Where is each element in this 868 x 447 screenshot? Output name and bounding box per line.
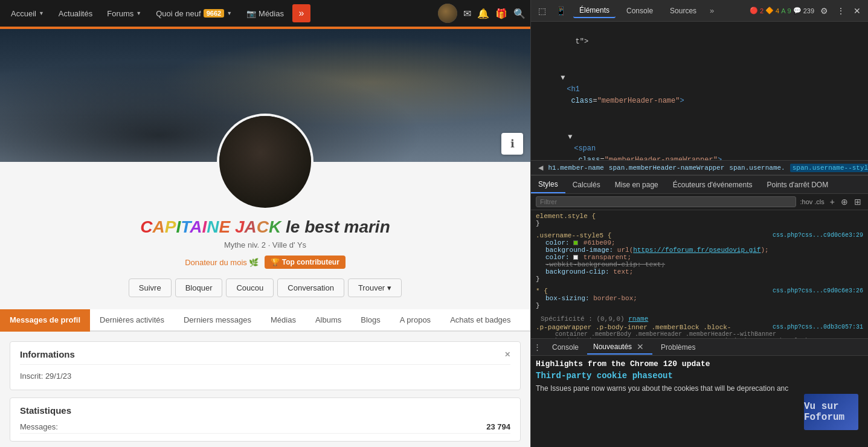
devtools-close-icon[interactable]: ✕	[851, 5, 863, 17]
tab-achats-et-badges[interactable]: Achats et badges	[440, 309, 520, 332]
html-line-3[interactable]: ▼ <span class="memberHeader-nameWrapper"…	[531, 120, 868, 161]
nav-quoi-de-neuf[interactable]: Quoi de neuf 9662 ▼	[150, 5, 238, 22]
devtools-add-rule-icon[interactable]: +	[828, 196, 837, 207]
nav-bell-icon[interactable]: 🔔	[477, 8, 489, 19]
css-file-link-2[interactable]: css.php?css...c9d0c6e3:26	[773, 288, 863, 294]
nav-medias[interactable]: 📷 Médias	[240, 5, 290, 22]
breadcrumb-scroll-left[interactable]: ◀	[536, 162, 545, 173]
username-c: C	[140, 217, 152, 236]
css-username-style5-block: .username--style5 { css.php?css...c9d0c6…	[536, 232, 863, 283]
nav-forums[interactable]: Forums ▼	[101, 5, 147, 22]
profile-tabs: Messages de profil Dernières activités D…	[0, 309, 530, 332]
nav-quoi-de-neuf-badge: 9662	[204, 9, 224, 18]
devtools-more-icon[interactable]: ⋮	[834, 5, 847, 17]
devtools-cursor-icon[interactable]: ⬚	[536, 5, 548, 17]
info-close-button[interactable]: ✕	[504, 350, 510, 359]
breadcrumb-span-style5[interactable]: span.username--style5	[790, 164, 868, 172]
css-bg-image-link[interactable]: https://foforum.fr/pseudovip.gif	[633, 246, 760, 254]
devtools-console-tab[interactable]: Console	[546, 341, 585, 353]
tab-a-propos[interactable]: A propos	[390, 309, 440, 332]
tab-medias[interactable]: Médias	[261, 309, 306, 332]
informations-section: Informations ✕ Inscrit: 29/1/23	[10, 341, 521, 390]
devtools-tab-styles[interactable]: Styles	[531, 176, 565, 193]
devtools-console-panel: ⋮ Console Nouveautés ✕ Problèmes Highlig…	[531, 338, 868, 447]
nav-more-button[interactable]: »	[292, 4, 310, 22]
username-a3: A	[245, 217, 257, 236]
devtools-more-tabs-icon[interactable]: »	[710, 6, 714, 15]
devtools-nouveautes-tab[interactable]: Nouveautés ✕	[587, 340, 652, 355]
css-element-style-block: element.style { }	[536, 213, 863, 227]
devtools-msg-icon: 💬	[793, 7, 802, 14]
devtools-problemes-tab[interactable]: Problèmes	[655, 341, 701, 353]
tab-messages-de-profil[interactable]: Messages de profil	[0, 309, 90, 332]
user-badges: Donateur du mois 🌿 🏆 Top contributeur	[12, 256, 518, 269]
devtools-tab-sources[interactable]: Sources	[664, 4, 702, 18]
donor-badge: Donateur du mois 🌿	[185, 258, 259, 267]
tab-dernieres-activites[interactable]: Dernières activités	[90, 309, 174, 332]
nav-envelope-icon[interactable]: ✉	[463, 8, 471, 19]
css-prop-bg-clip: background-clip: text;	[536, 268, 863, 275]
nav-actualites[interactable]: Actualités	[53, 5, 98, 22]
html-line-2[interactable]: ▼ <h1 class="memberHeader-name">	[531, 60, 868, 120]
nav-actualites-label: Actualités	[59, 9, 92, 18]
coucou-button[interactable]: Coucou	[226, 278, 274, 297]
html-line-1[interactable]: t">	[531, 24, 868, 60]
devtools-tab-console[interactable]: Console	[620, 4, 659, 18]
console-cookie-body: The Issues pane now warns you about the …	[536, 383, 803, 394]
nav-accueil[interactable]: Accueil ▼	[5, 5, 50, 22]
css-universal-block: * { css.php?css...c9d0c6e3:26 box-sizing…	[536, 288, 863, 309]
tab-albums[interactable]: Albums	[306, 309, 351, 332]
nav-gift-icon[interactable]: 🎁	[495, 8, 507, 19]
css-file-link-1[interactable]: css.php?css...c9d0c6e3:29	[773, 232, 863, 239]
devtools-pseudo-filter[interactable]: :hov .cls	[800, 198, 824, 205]
devtools-filter-input[interactable]	[536, 196, 796, 207]
nav-user-avatar[interactable]	[438, 4, 457, 23]
suivre-button[interactable]: Suivre	[129, 278, 172, 297]
avatar-inner-image	[219, 116, 311, 208]
devtools-refresh-icon[interactable]: ⊕	[839, 196, 850, 207]
css-prop-color2: color: transparent;	[536, 254, 863, 261]
nav-medias-label: Médias	[259, 9, 284, 18]
devtools-tab-elements[interactable]: Éléments	[573, 4, 616, 18]
devtools-tab-points-arret[interactable]: Points d'arrêt DOM	[759, 176, 835, 193]
trouver-button[interactable]: Trouver ▾	[348, 278, 402, 297]
devtools-styles-toolbar: :hov .cls + ⊕ ⊞	[531, 194, 868, 210]
nav-more-icon: »	[299, 8, 304, 19]
devtools-msg-count: 239	[803, 7, 814, 14]
nav-icons: ✉ 🔔 🎁 🔍	[438, 4, 526, 23]
action-buttons: Suivre Bloquer Coucou Conversation Trouv…	[0, 278, 530, 297]
devtools-warning-icon: 🔶	[765, 7, 774, 14]
username-space	[230, 217, 235, 236]
css-file-link-3[interactable]: css.php?css...0db3c057:31	[773, 324, 863, 330]
devtools-tab-calcules[interactable]: Calculés	[565, 176, 608, 193]
devtools-device-icon[interactable]: 📱	[553, 5, 568, 17]
devtools-settings-icon[interactable]: ⚙	[818, 5, 831, 17]
tab-blogs[interactable]: Blogs	[351, 309, 390, 332]
breadcrumb-span-username[interactable]: span.username.	[729, 164, 785, 172]
devtools-nouveautes-close[interactable]: ✕	[634, 342, 646, 352]
devtools-warning-number: 4	[776, 7, 779, 14]
devtools-breadcrumb: ◀ h1.member-name span.memberHeader-nameW…	[531, 160, 868, 175]
color-swatch-transparent	[573, 255, 578, 260]
nav-search-icon[interactable]: 🔍	[513, 8, 526, 19]
devtools-specificity: Spécificité : (0,9,0) rname	[536, 314, 863, 324]
tab-derniers-messages[interactable]: Derniers messages	[174, 309, 261, 332]
conversation-button[interactable]: Conversation	[277, 278, 344, 297]
trouver-chevron-down-icon: ▾	[387, 283, 391, 292]
nav-forums-arrow: ▼	[136, 10, 141, 16]
css-universal-selector-line: * { css.php?css...c9d0c6e3:26	[536, 288, 863, 295]
devtools-tab-ecouteurs[interactable]: Écouteurs d'événements	[666, 176, 760, 193]
breadcrumb-span-wrapper[interactable]: span.memberHeader-nameWrapper	[609, 164, 724, 172]
devtools-console-dots-icon: ⋮	[533, 342, 541, 352]
devtools-styles-panel: Styles Calculés Mise en page Écouteurs d…	[531, 175, 868, 338]
devtools-error-count: 🔴 2 🔶 4 A 9 💬 239	[750, 7, 814, 14]
breadcrumb-h1[interactable]: h1.member-name	[548, 164, 603, 172]
devtools-tab-mise-en-page[interactable]: Mise en page	[608, 176, 666, 193]
devtools-a-count: 9	[788, 7, 791, 14]
devtools-panel: ⬚ 📱 Éléments Console Sources » 🔴 2 🔶 4 A…	[530, 0, 868, 447]
specificity-link[interactable]: rname	[628, 315, 648, 323]
devtools-console-tabs: ⋮ Console Nouveautés ✕ Problèmes	[531, 339, 868, 356]
devtools-styles-tabs: Styles Calculés Mise en page Écouteurs d…	[531, 176, 868, 194]
devtools-layout-icon[interactable]: ⊞	[852, 196, 863, 207]
bloquer-button[interactable]: Bloquer	[175, 278, 223, 297]
